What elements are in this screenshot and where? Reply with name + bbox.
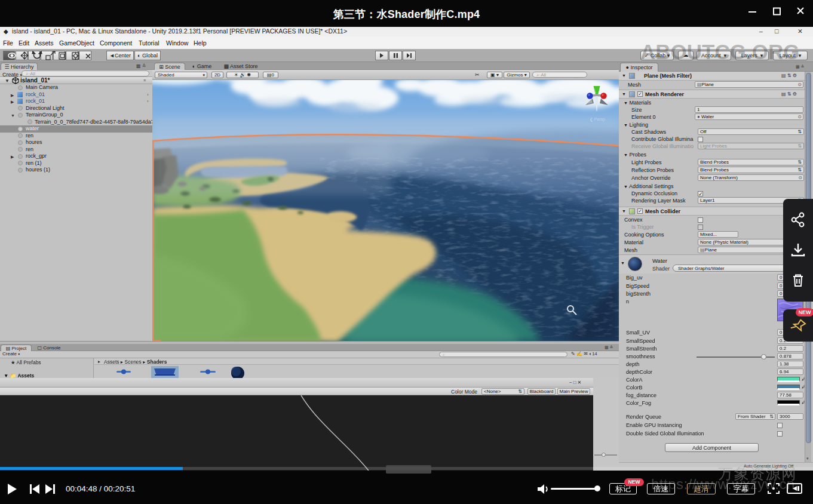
- svg-text:❮ Persp: ❮ Persp: [590, 117, 605, 122]
